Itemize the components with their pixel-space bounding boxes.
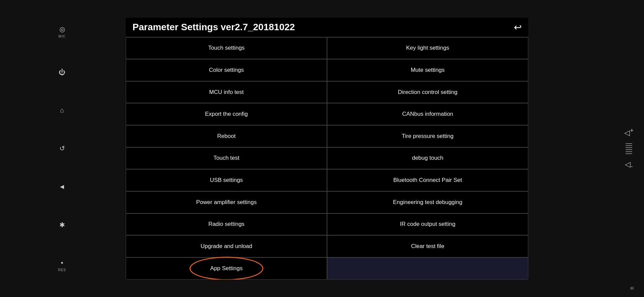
screen-header: Parameter Settings ver2.7_20181022 ↩ [126, 18, 528, 37]
color-settings-cell[interactable]: Color settings [126, 59, 327, 81]
export-config-label: Export the config [205, 111, 248, 117]
color-settings-label: Color settings [209, 67, 244, 73]
volume-down-button[interactable]: ◁- [625, 160, 633, 170]
settings-grid: Touch settings Key light settings Color … [126, 37, 528, 280]
ir-code-output-cell[interactable]: IR code output setting [327, 213, 528, 236]
bluetooth-connect-cell[interactable]: Bluetooth Connect Pair Set [327, 169, 528, 191]
tire-pressure-cell[interactable]: Tire pressure setting [327, 125, 528, 147]
vol-line-4 [626, 149, 632, 150]
touch-settings-cell[interactable]: Touch settings [126, 37, 327, 59]
right-controls: ◁+ ◁- [621, 0, 637, 297]
res-button[interactable]: • RES [58, 259, 66, 272]
touch-test-cell[interactable]: Touch test [126, 147, 327, 169]
clear-test-file-cell[interactable]: Clear test file [327, 235, 528, 257]
vol-line-2 [626, 145, 632, 146]
bluetooth-connect-label: Bluetooth Connect Pair Set [393, 177, 462, 184]
screen-back-button[interactable]: ↩ [514, 22, 522, 33]
power-amplifier-cell[interactable]: Power amplifier settings [126, 191, 327, 213]
bluetooth-button[interactable]: ✱ [59, 221, 65, 229]
vol-line-3 [626, 147, 632, 148]
power-button[interactable]: ⏻ [59, 68, 65, 76]
vol-line-1 [626, 143, 632, 144]
back-icon: ↺ [59, 144, 65, 152]
reboot-cell[interactable]: Reboot [126, 125, 327, 147]
home-button[interactable]: ⌂ [60, 106, 64, 114]
vol-line-5 [626, 151, 632, 152]
device-frame: ◎ MIC ⏻ ⌂ ↺ ◄ ✱ • RES Parameter Settings… [0, 0, 644, 297]
mute-settings-cell[interactable]: Mute settings [327, 59, 528, 81]
power-amplifier-label: Power amplifier settings [196, 199, 257, 206]
reboot-label: Reboot [217, 133, 236, 140]
volume-slider [626, 143, 632, 154]
export-config-cell[interactable]: Export the config [126, 103, 327, 125]
debug-touch-label: debug touch [412, 155, 443, 161]
touch-test-label: Touch test [213, 155, 239, 161]
ir-code-output-label: IR code output setting [400, 221, 455, 228]
res-label: RES [58, 268, 66, 272]
mic-icon: ◎ [59, 25, 65, 33]
screen: Parameter Settings ver2.7_20181022 ↩ Tou… [126, 18, 528, 280]
mic-label: MIC [58, 35, 65, 38]
power-icon: ⏻ [59, 68, 65, 76]
upgrade-unload-cell[interactable]: Upgrade and unload [126, 235, 327, 257]
mute-settings-label: Mute settings [411, 67, 444, 73]
mcu-info-test-label: MCU info test [209, 89, 244, 96]
key-light-settings-cell[interactable]: Key light settings [327, 37, 528, 59]
volume-up-button[interactable]: ◁+ [624, 127, 634, 137]
canbus-info-label: CANbus information [402, 111, 453, 117]
vol-line-6 [626, 153, 632, 154]
nav-icon: ◄ [59, 183, 65, 191]
back-button[interactable]: ↺ [59, 144, 65, 152]
left-controls: ◎ MIC ⏻ ⌂ ↺ ◄ ✱ • RES [52, 0, 72, 297]
direction-control-cell[interactable]: Direction control setting [327, 81, 528, 103]
upgrade-unload-label: Upgrade and unload [201, 243, 252, 250]
mcu-info-test-cell[interactable]: MCU info test [126, 81, 327, 103]
nav-button[interactable]: ◄ [59, 183, 65, 191]
debug-touch-cell[interactable]: debug touch [327, 147, 528, 169]
radio-settings-cell[interactable]: Radio settings [126, 213, 327, 236]
screen-title: Parameter Settings ver2.7_20181022 [132, 22, 295, 33]
usb-settings-label: USB settings [210, 177, 243, 184]
key-light-settings-label: Key light settings [406, 45, 449, 51]
app-settings-cell[interactable]: App Settings [126, 257, 327, 280]
bluetooth-icon: ✱ [59, 221, 65, 229]
touch-settings-label: Touch settings [208, 45, 245, 51]
radio-settings-label: Radio settings [208, 221, 245, 228]
res-dot-icon: • [61, 259, 63, 267]
canbus-info-cell[interactable]: CANbus information [327, 103, 528, 125]
empty-cell [327, 257, 528, 280]
mic-button[interactable]: ◎ MIC [58, 25, 65, 38]
engineering-test-label: Engineering test debugging [393, 199, 463, 206]
home-icon: ⌂ [60, 106, 64, 114]
tire-pressure-label: Tire pressure setting [402, 133, 453, 140]
clear-test-file-label: Clear test file [411, 243, 444, 250]
usb-settings-cell[interactable]: USB settings [126, 169, 327, 191]
app-settings-label: App Settings [210, 265, 243, 272]
engineering-test-cell[interactable]: Engineering test debugging [327, 191, 528, 213]
direction-control-label: Direction control setting [398, 89, 458, 96]
